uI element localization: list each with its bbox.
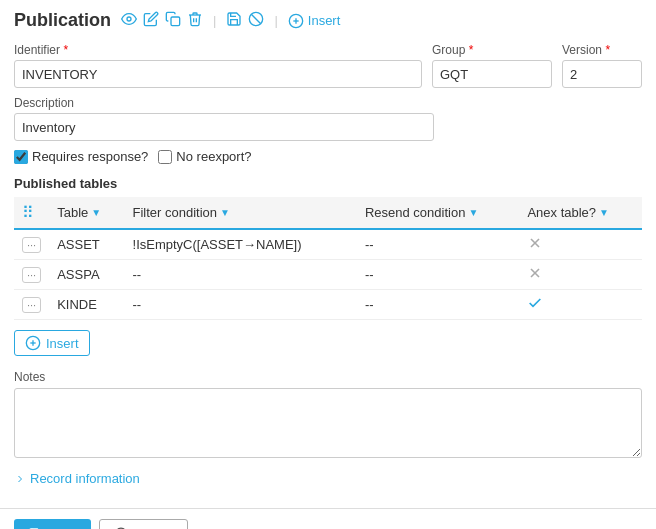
insert-table-row-button[interactable]: Insert — [14, 330, 90, 356]
row-options-button[interactable]: ··· — [22, 297, 41, 313]
view-icon[interactable] — [121, 11, 137, 30]
description-field-group: Description — [14, 96, 642, 141]
table-body: ···ASSET!IsEmptyC([ASSET→NAME])--···ASSP… — [14, 229, 642, 320]
published-tables-title: Published tables — [14, 176, 642, 191]
group-field-group: Group * — [432, 43, 552, 88]
drag-handle[interactable]: ··· — [14, 290, 49, 320]
insert-table-row-label: Insert — [46, 336, 79, 351]
notes-textarea[interactable] — [14, 388, 642, 458]
page-title: Publication — [14, 10, 111, 31]
svg-line-3 — [252, 14, 261, 23]
requires-response-label[interactable]: Requires response? — [14, 149, 148, 164]
publication-form: Publication | | Inser — [0, 0, 656, 508]
block-icon[interactable] — [248, 11, 264, 30]
filter-col-header: Filter condition ▼ — [125, 197, 357, 229]
identifier-row: Identifier * Group * Version * — [14, 43, 642, 88]
separator-2: | — [274, 13, 277, 28]
table-sort-icon[interactable]: ▼ — [91, 207, 101, 218]
group-label: Group * — [432, 43, 552, 57]
save-icon[interactable] — [226, 11, 242, 30]
group-input[interactable] — [432, 60, 552, 88]
identifier-field-group: Identifier * — [14, 43, 422, 88]
row-table-name: ASSET — [49, 229, 124, 260]
svg-point-0 — [127, 17, 131, 21]
row-resend-condition: -- — [357, 229, 520, 260]
version-field-group: Version * — [562, 43, 642, 88]
table-header-row: ⠿ Table ▼ Filter condition ▼ Re — [14, 197, 642, 229]
drag-handle[interactable]: ··· — [14, 229, 49, 260]
row-anex-table — [519, 229, 642, 260]
cross-icon — [527, 235, 543, 251]
checkbox-row: Requires response? No reexport? — [14, 149, 642, 164]
row-resend-condition: -- — [357, 290, 520, 320]
drag-col-header: ⠿ — [14, 197, 49, 229]
version-input[interactable] — [562, 60, 642, 88]
row-resend-condition: -- — [357, 260, 520, 290]
table-row: ···ASSET!IsEmptyC([ASSET→NAME])-- — [14, 229, 642, 260]
row-anex-table — [519, 260, 642, 290]
cancel-button[interactable]: Cancel — [99, 519, 188, 529]
no-reexport-label[interactable]: No reexport? — [158, 149, 251, 164]
row-filter-condition: !IsEmptyC([ASSET→NAME]) — [125, 229, 357, 260]
resend-col-header: Resend condition ▼ — [357, 197, 520, 229]
delete-icon[interactable] — [187, 11, 203, 30]
identifier-required: * — [63, 43, 68, 57]
group-required: * — [469, 43, 474, 57]
drag-handle[interactable]: ··· — [14, 260, 49, 290]
filter-sort-icon[interactable]: ▼ — [220, 207, 230, 218]
header-insert-label: Insert — [308, 13, 341, 28]
requires-response-checkbox[interactable] — [14, 150, 28, 164]
row-anex-table — [519, 290, 642, 320]
anex-col-header: Anex table? ▼ — [519, 197, 642, 229]
row-table-name: KINDE — [49, 290, 124, 320]
no-reexport-checkbox[interactable] — [158, 150, 172, 164]
row-filter-condition: -- — [125, 290, 357, 320]
table-row: ···ASSPA---- — [14, 260, 642, 290]
form-footer: Save Cancel — [0, 508, 656, 529]
description-row: Description — [14, 96, 642, 141]
header-insert-button[interactable]: Insert — [288, 13, 341, 29]
identifier-label: Identifier * — [14, 43, 422, 57]
edit-icon[interactable] — [143, 11, 159, 30]
table-col-header: Table ▼ — [49, 197, 124, 229]
table-row: ···KINDE---- — [14, 290, 642, 320]
copy-icon[interactable] — [165, 11, 181, 30]
save-button[interactable]: Save — [14, 519, 91, 529]
header-actions: | | Insert — [121, 11, 340, 30]
check-icon — [527, 295, 543, 311]
description-label: Description — [14, 96, 642, 110]
separator-1: | — [213, 13, 216, 28]
svg-rect-1 — [171, 17, 180, 26]
notes-section: Notes — [14, 370, 642, 461]
row-filter-condition: -- — [125, 260, 357, 290]
record-info-label: Record information — [30, 471, 140, 486]
row-table-name: ASSPA — [49, 260, 124, 290]
row-options-button[interactable]: ··· — [22, 237, 41, 253]
record-info-toggle[interactable]: Record information — [14, 471, 642, 486]
notes-label: Notes — [14, 370, 642, 384]
version-required: * — [605, 43, 610, 57]
identifier-input[interactable] — [14, 60, 422, 88]
cross-icon — [527, 265, 543, 281]
anex-sort-icon[interactable]: ▼ — [599, 207, 609, 218]
version-label: Version * — [562, 43, 642, 57]
form-header: Publication | | Inser — [14, 10, 642, 31]
description-input[interactable] — [14, 113, 434, 141]
row-options-button[interactable]: ··· — [22, 267, 41, 283]
published-tables-table: ⠿ Table ▼ Filter condition ▼ Re — [14, 197, 642, 320]
resend-sort-icon[interactable]: ▼ — [468, 207, 478, 218]
